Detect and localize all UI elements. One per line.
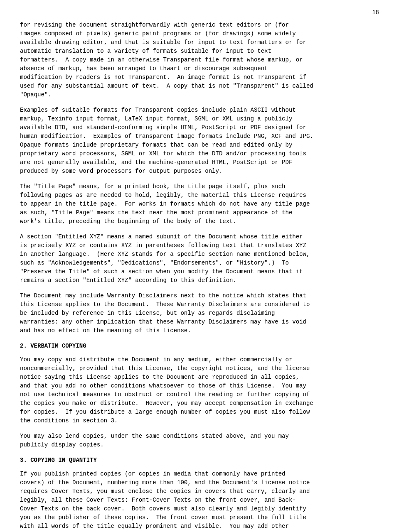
paragraph: You may copy and distribute the Document… bbox=[20, 355, 379, 425]
paragraph: If you publish printed copies (or copies… bbox=[20, 470, 379, 531]
section-heading: 3. COPYING IN QUANTITY bbox=[20, 456, 379, 465]
paragraph: The "Title Page" means, for a printed bo… bbox=[20, 182, 379, 226]
page-content: for revising the document straightforwar… bbox=[20, 21, 379, 531]
paragraph: Examples of suitable formats for Transpa… bbox=[20, 106, 379, 176]
paragraph: A section "Entitled XYZ" means a named s… bbox=[20, 233, 379, 285]
paragraph: You may also lend copies, under the same… bbox=[20, 432, 379, 449]
page: 18 for revising the document straightfor… bbox=[0, 0, 399, 532]
paragraph: The Document may include Warranty Discla… bbox=[20, 292, 379, 335]
paragraph: for revising the document straightforwar… bbox=[20, 21, 379, 99]
section-heading: 2. VERBATIM COPYING bbox=[20, 342, 379, 351]
page-number: 18 bbox=[372, 8, 379, 17]
